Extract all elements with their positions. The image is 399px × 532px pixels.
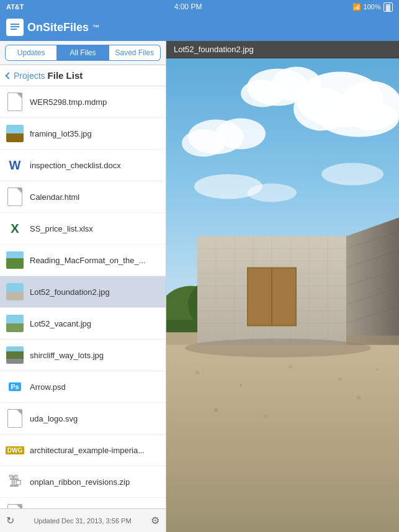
svg-rect-0 <box>11 24 19 25</box>
file-name: Lot52_foundation2.jpg <box>30 287 110 297</box>
list-item[interactable]: W inspection_checklist.docx <box>0 150 166 181</box>
svg-point-24 <box>195 371 199 375</box>
file-name: Calendar.html <box>30 192 79 202</box>
file-name: WER5298.tmp.mdmp <box>30 97 107 107</box>
file-name: inspection_checklist.docx <box>30 161 121 170</box>
file-list: WER5298.tmp.mdmp framing_lot35.jpg W ins… <box>0 86 166 508</box>
breadcrumb-current: File List <box>48 70 83 81</box>
tab-bar: Updates All Files Saved Files <box>0 41 166 65</box>
left-panel: Updates All Files Saved Files Projects F… <box>0 41 166 532</box>
file-icon: Ps <box>6 376 24 397</box>
carrier-label: AT&T <box>6 3 24 11</box>
svg-rect-1 <box>11 26 19 27</box>
list-item[interactable]: Lot52_vacant.jpg <box>0 308 166 340</box>
list-item[interactable]: 🗜 onplan_ribbon_revisions.zip <box>0 466 166 498</box>
list-item[interactable]: WER5298.tmp.mdmp <box>0 86 166 118</box>
battery-label: 100% <box>364 3 381 11</box>
svg-rect-57 <box>166 333 197 345</box>
file-name: Reading_MacFormat_on_the_... <box>30 256 145 265</box>
status-indicators: 📶 100% ▓ <box>352 2 393 12</box>
update-timestamp: Updated Dec 31, 2013, 3:56 PM <box>34 517 131 525</box>
svg-point-31 <box>357 396 361 400</box>
image-viewport <box>166 58 399 532</box>
app-name-label: OnSiteFiles <box>27 21 89 34</box>
excel-icon: X <box>11 222 19 236</box>
file-icon <box>6 123 24 144</box>
svg-point-7 <box>318 100 399 137</box>
file-name: SS_price_list.xlsx <box>30 224 93 233</box>
svg-point-16 <box>321 163 383 186</box>
list-item[interactable]: Lot52_foundation2.jpg <box>0 276 166 308</box>
svg-point-26 <box>289 365 292 369</box>
file-icon: 🗜 <box>6 471 24 492</box>
gear-icon[interactable]: ⚙ <box>151 515 159 526</box>
svg-point-10 <box>182 130 225 157</box>
nav-bar: OnSiteFiles ™ <box>0 14 399 41</box>
image-thumbnail <box>6 251 24 269</box>
svg-rect-58 <box>346 336 399 345</box>
file-icon: X <box>6 218 24 239</box>
image-thumbnail <box>6 283 24 300</box>
dwg-icon: DWG <box>6 446 24 454</box>
list-item[interactable]: framing_lot35.jpg <box>0 118 166 150</box>
tab-saved-files[interactable]: Saved Files <box>109 45 161 61</box>
file-icon <box>6 186 24 207</box>
file-icon <box>6 281 24 302</box>
file-icon <box>6 250 24 271</box>
status-bar: AT&T 4:00 PM 📶 100% ▓ <box>0 0 399 14</box>
file-name: uda_logo.svg <box>30 414 78 423</box>
file-icon: W <box>6 155 24 176</box>
list-item[interactable]: X SS_price_list.xlsx <box>0 213 166 245</box>
list-item[interactable]: uda_logo.svg <box>0 403 166 435</box>
file-name: Lot52_vacant.jpg <box>30 319 91 328</box>
list-item[interactable]: Reading_MacFormat_on_the_... <box>0 245 166 276</box>
svg-point-27 <box>339 377 342 381</box>
image-filename-bar: Lot52_foundation2.jpg <box>166 41 399 58</box>
file-name: framing_lot35.jpg <box>30 129 92 138</box>
time-label: 4:00 PM <box>174 2 202 11</box>
list-item[interactable]: Calendar.html <box>0 181 166 213</box>
bluetooth-icon: 📶 <box>352 3 361 11</box>
refresh-icon[interactable]: ↻ <box>6 515 14 526</box>
tab-all-files[interactable]: All Files <box>57 45 109 61</box>
chevron-left-icon <box>5 72 12 79</box>
file-name: onplan_ribbon_revisions.zip <box>30 477 130 487</box>
file-icon <box>6 91 24 112</box>
app-name-suffix: ™ <box>92 24 99 31</box>
psd-icon: Ps <box>9 382 20 391</box>
image-thumbnail <box>6 125 24 142</box>
back-button[interactable]: Projects <box>6 71 45 81</box>
svg-point-15 <box>247 184 297 202</box>
list-item[interactable]: shircliff_way_lots.jpg <box>0 340 166 371</box>
construction-image <box>166 58 399 532</box>
svg-rect-23 <box>166 333 399 533</box>
svg-point-56 <box>185 339 371 358</box>
svg-point-13 <box>241 80 284 107</box>
bottom-bar: ↻ Updated Dec 31, 2013, 3:56 PM ⚙ <box>0 508 166 532</box>
svg-point-30 <box>264 415 267 418</box>
main-content: Updates All Files Saved Files Projects F… <box>0 41 399 532</box>
breadcrumb: Projects File List <box>0 65 166 86</box>
image-thumbnail <box>6 346 24 364</box>
battery-icon: ▓ <box>383 2 393 12</box>
file-name: architectural_example-imperia... <box>30 446 145 455</box>
svg-marker-50 <box>346 218 399 345</box>
image-filename-label: Lot52_foundation2.jpg <box>174 45 254 54</box>
image-thumbnail <box>6 315 24 332</box>
app-logo: OnSiteFiles ™ <box>6 19 99 36</box>
file-icon <box>6 313 24 334</box>
file-name: Arrow.psd <box>30 382 66 392</box>
tab-updates[interactable]: Updates <box>5 45 57 61</box>
list-item[interactable]: Personnel Management.csz <box>0 498 166 508</box>
file-icon <box>6 503 24 508</box>
list-item[interactable]: DWG architectural_example-imperia... <box>0 435 166 466</box>
right-panel: Lot52_foundation2.jpg <box>166 41 399 532</box>
svg-rect-2 <box>11 29 17 30</box>
list-item[interactable]: Ps Arrow.psd <box>0 371 166 403</box>
file-icon: DWG <box>6 440 24 461</box>
word-icon: W <box>9 158 21 173</box>
zip-icon: 🗜 <box>8 474 22 490</box>
svg-point-29 <box>214 408 218 412</box>
file-icon <box>6 345 24 366</box>
file-icon <box>6 408 24 429</box>
